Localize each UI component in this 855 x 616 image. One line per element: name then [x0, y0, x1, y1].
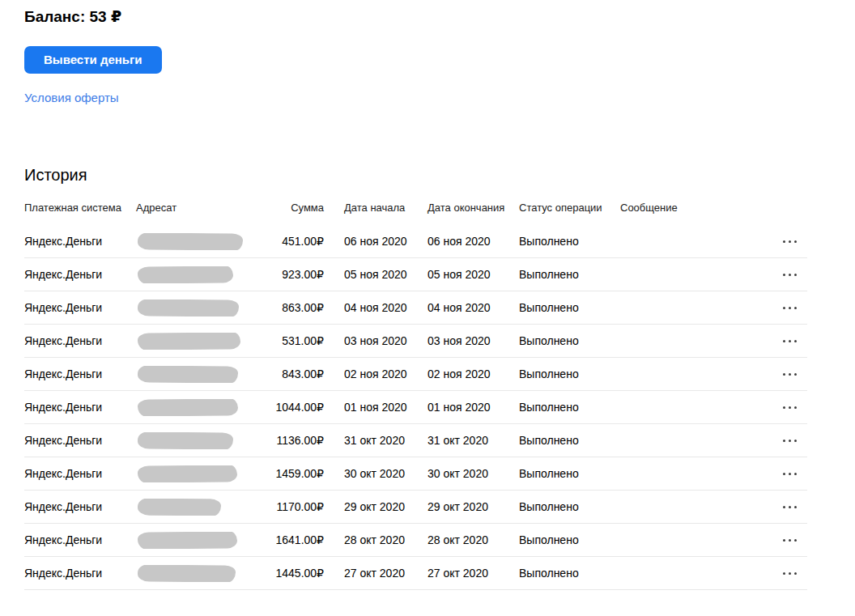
cell-amount: 1641.00₽	[267, 533, 344, 546]
header-date-end: Дата окончания	[428, 202, 519, 214]
row-menu-button[interactable]	[781, 568, 798, 578]
table-row: Яндекс.Деньги 1641.00₽ 28 окт 2020 28 ок…	[24, 524, 807, 557]
cell-payment-system: Яндекс.Деньги	[24, 367, 136, 380]
cell-date-end: 30 окт 2020	[428, 467, 519, 480]
row-menu-button[interactable]	[781, 535, 798, 545]
cell-payment-system: Яндекс.Деньги	[24, 235, 136, 248]
cell-row-menu	[781, 435, 807, 445]
row-menu-button[interactable]	[781, 336, 798, 346]
withdraw-button[interactable]: Вывести деньги	[24, 46, 162, 74]
cell-date-end: 06 ноя 2020	[428, 235, 519, 248]
cell-recipient	[136, 532, 267, 549]
cell-status: Выполнено	[519, 235, 620, 248]
cell-date-end: 02 ноя 2020	[428, 367, 519, 380]
cell-recipient	[136, 499, 267, 516]
table-row: Яндекс.Деньги 863.00₽ 04 ноя 2020 04 ноя…	[24, 291, 807, 325]
cell-payment-system: Яндекс.Деньги	[24, 334, 136, 347]
table-row: Яндекс.Деньги 923.00₽ 05 ноя 2020 05 ноя…	[24, 258, 807, 291]
cell-status: Выполнено	[519, 334, 620, 347]
balance-title: Баланс: 53 ₽	[24, 8, 831, 26]
cell-date-start: 02 ноя 2020	[344, 367, 428, 380]
table-row: Яндекс.Деньги 451.00₽ 06 ноя 2020 06 ноя…	[24, 225, 807, 258]
header-recipient: Адресат	[136, 202, 267, 214]
cell-status: Выполнено	[519, 500, 620, 513]
cell-payment-system: Яндекс.Деньги	[24, 301, 136, 314]
row-menu-button[interactable]	[781, 502, 798, 512]
row-menu-button[interactable]	[781, 435, 798, 445]
cell-recipient	[136, 366, 267, 383]
cell-payment-system: Яндекс.Деньги	[24, 467, 136, 480]
cell-date-end: 29 окт 2020	[428, 500, 519, 513]
cell-amount: 843.00₽	[267, 367, 344, 380]
cell-recipient	[136, 565, 267, 582]
table-row: Яндекс.Деньги 1459.00₽ 30 окт 2020 30 ок…	[24, 457, 807, 491]
table-row: Яндекс.Деньги 1445.00₽ 27 окт 2020 27 ок…	[24, 557, 807, 590]
recipient-redaction	[138, 432, 233, 449]
header-status: Статус операции	[519, 202, 620, 214]
cell-status: Выполнено	[519, 367, 620, 380]
cell-status: Выполнено	[519, 301, 620, 314]
payout-page: Баланс: 53 ₽ Вывести деньги Условия офер…	[0, 0, 855, 590]
cell-date-start: 28 окт 2020	[344, 533, 428, 546]
cell-row-menu	[781, 568, 807, 578]
cell-status: Выполнено	[519, 434, 620, 447]
table-row: Яндекс.Деньги 1044.00₽ 01 ноя 2020 01 но…	[24, 391, 807, 424]
ellipsis-icon	[783, 440, 797, 442]
ellipsis-icon	[783, 340, 797, 342]
row-menu-button[interactable]	[781, 236, 798, 246]
cell-amount: 1459.00₽	[267, 467, 344, 480]
cell-status: Выполнено	[519, 268, 620, 281]
cell-row-menu	[781, 303, 807, 312]
table-header: Платежная система Адресат Сумма Дата нач…	[24, 202, 807, 214]
ellipsis-icon	[783, 473, 797, 475]
cell-date-start: 04 ноя 2020	[344, 301, 428, 314]
history-section: История Платежная система Адресат Сумма …	[24, 166, 831, 590]
row-menu-button[interactable]	[781, 369, 798, 379]
cell-payment-system: Яндекс.Деньги	[24, 434, 136, 447]
cell-date-end: 31 окт 2020	[428, 434, 519, 447]
cell-date-start: 29 окт 2020	[344, 500, 428, 513]
cell-date-end: 03 ноя 2020	[428, 334, 519, 347]
ellipsis-icon	[783, 373, 797, 376]
ellipsis-icon	[783, 274, 797, 276]
cell-amount: 1170.00₽	[267, 500, 344, 513]
cell-row-menu	[781, 502, 807, 512]
cell-payment-system: Яндекс.Деньги	[24, 567, 136, 580]
cell-recipient	[136, 465, 267, 482]
table-row: Яндекс.Деньги 1170.00₽ 29 окт 2020 29 ок…	[24, 491, 807, 524]
recipient-redaction	[138, 565, 236, 582]
cell-status: Выполнено	[519, 467, 620, 480]
recipient-redaction	[138, 233, 243, 250]
header-payment-system: Платежная система	[24, 202, 136, 214]
cell-amount: 531.00₽	[267, 334, 344, 347]
offer-link[interactable]: Условия оферты	[24, 91, 119, 105]
cell-amount: 1445.00₽	[267, 567, 344, 580]
ellipsis-icon	[783, 240, 797, 243]
cell-row-menu	[781, 236, 807, 246]
header-amount: Сумма	[267, 202, 344, 214]
cell-row-menu	[781, 270, 807, 279]
cell-date-end: 05 ноя 2020	[428, 268, 519, 281]
row-menu-button[interactable]	[781, 270, 798, 279]
recipient-redaction	[138, 366, 238, 383]
cell-date-end: 27 окт 2020	[428, 567, 519, 580]
table-body: Яндекс.Деньги 451.00₽ 06 ноя 2020 06 ноя…	[24, 225, 831, 590]
ellipsis-icon	[783, 572, 797, 575]
recipient-redaction	[138, 465, 237, 482]
row-menu-button[interactable]	[781, 469, 798, 478]
cell-amount: 863.00₽	[267, 301, 344, 314]
cell-payment-system: Яндекс.Деньги	[24, 268, 136, 281]
cell-row-menu	[781, 402, 807, 412]
cell-recipient	[136, 333, 267, 350]
row-menu-button[interactable]	[781, 303, 798, 312]
ellipsis-icon	[783, 307, 797, 309]
cell-payment-system: Яндекс.Деньги	[24, 401, 136, 414]
ellipsis-icon	[783, 506, 797, 508]
cell-row-menu	[781, 336, 807, 346]
recipient-redaction	[138, 300, 239, 316]
cell-amount: 1136.00₽	[267, 434, 344, 447]
row-menu-button[interactable]	[781, 402, 798, 412]
cell-date-start: 01 ноя 2020	[344, 401, 428, 414]
cell-date-start: 06 ноя 2020	[344, 235, 428, 248]
cell-recipient	[136, 300, 267, 316]
